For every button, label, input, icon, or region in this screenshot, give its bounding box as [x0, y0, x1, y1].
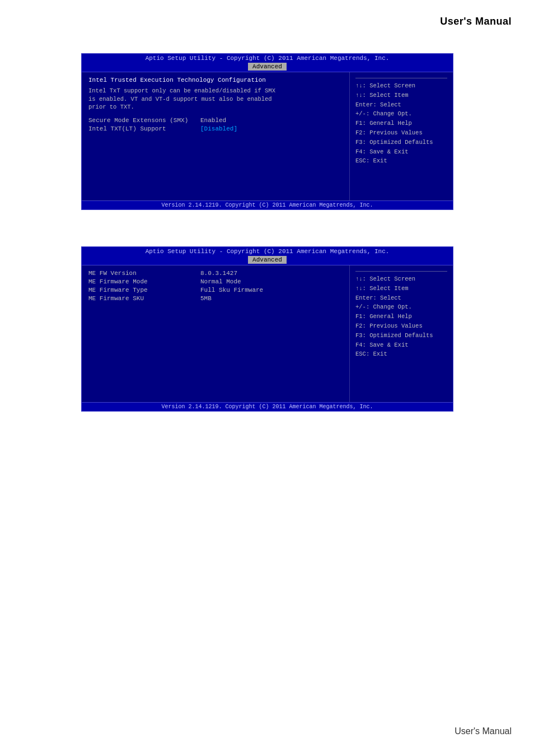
sidebar-title-1: [355, 77, 447, 78]
sidebar-items-2: ↑↓: Select Screen ↑↓: Select Item Enter:…: [355, 274, 447, 359]
fw-type-value: Full Sku Firmware: [200, 287, 263, 293]
fw-type-label: ME Firmware Type: [88, 287, 200, 293]
bios-main-2: ME FW Version 8.0.3.1427 ME Firmware Mod…: [82, 265, 349, 405]
txt-label: Intel TXT(LT) Support: [88, 125, 200, 132]
bottom-page-title: User's Manual: [455, 726, 512, 736]
bios-header-1: Aptio Setup Utility - Copyright (C) 2011…: [82, 54, 453, 72]
fw-mode-label: ME Firmware Mode: [88, 278, 200, 285]
bios-footer-2: Version 2.14.1219. Copyright (C) 2011 Am…: [82, 402, 453, 411]
fw-sku-value: 5MB: [200, 295, 212, 302]
bios-row-fw-sku: ME Firmware SKU 5MB: [88, 295, 343, 302]
sidebar-title-2: [355, 270, 447, 272]
bios-row-fw-type: ME Firmware Type Full Sku Firmware: [88, 287, 343, 293]
bios-main-1: Intel Trusted Execution Technology Confi…: [82, 72, 349, 203]
fw-sku-label: ME Firmware SKU: [88, 295, 200, 302]
bios-row-smx: Secure Mode Extensons (SMX) Enabled: [88, 117, 343, 124]
fw-mode-value: Normal Mode: [200, 278, 241, 285]
bios-sidebar-1: ↑↓: Select Screen ↑↓: Select Item Enter:…: [349, 72, 453, 203]
fw-version-value: 8.0.3.1427: [200, 270, 237, 277]
bios-tab-2[interactable]: Advanced: [248, 256, 287, 264]
bios-tab-1[interactable]: Advanced: [248, 63, 287, 71]
txt-value: [Disabled]: [200, 125, 237, 132]
page-title: User's Manual: [440, 16, 512, 27]
bios-row-fw-mode: ME Firmware Mode Normal Mode: [88, 278, 343, 285]
bios-description-1: Intel TxT support only can be enabled/di…: [88, 87, 343, 111]
bios-footer-1: Version 2.14.1219. Copyright (C) 2011 Am…: [82, 200, 453, 209]
bios-header-2: Aptio Setup Utility - Copyright (C) 2011…: [82, 247, 453, 265]
bios-screen-2: Aptio Setup Utility - Copyright (C) 2011…: [81, 246, 453, 412]
section-title-1: Intel Trusted Execution Technology Confi…: [88, 77, 343, 83]
bios-row-txt: Intel TXT(LT) Support [Disabled]: [88, 125, 343, 132]
bios-screen-1: Aptio Setup Utility - Copyright (C) 2011…: [81, 53, 453, 210]
bios-row-fw-version: ME FW Version 8.0.3.1427: [88, 270, 343, 277]
smx-value: Enabled: [200, 117, 226, 124]
smx-label: Secure Mode Extensons (SMX): [88, 117, 200, 124]
bios-sidebar-2: ↑↓: Select Screen ↑↓: Select Item Enter:…: [349, 265, 453, 405]
fw-version-label: ME FW Version: [88, 270, 200, 277]
sidebar-items-1: ↑↓: Select Screen ↑↓: Select Item Enter:…: [355, 81, 447, 166]
